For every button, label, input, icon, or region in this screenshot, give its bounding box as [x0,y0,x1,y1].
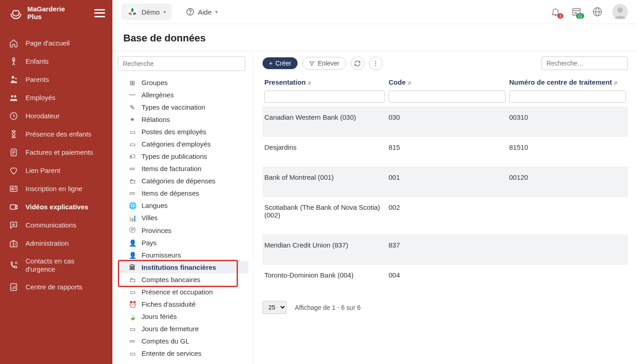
category-item[interactable]: ▭Présence et occupation [118,286,248,298]
category-item[interactable]: 🌐Langues [118,199,248,212]
filter-code[interactable] [389,91,506,103]
child-icon [9,57,19,66]
category-icon: ≔ [129,338,136,345]
col-header-code[interactable]: Code⇵ [387,76,507,89]
heart-icon [9,166,19,175]
category-item[interactable]: ▭Jours de fermeture [118,323,248,335]
category-item[interactable]: 🏷Types de publications [118,150,248,162]
sidebar-item-label: Parents [25,76,49,84]
category-item[interactable]: ⓅProvinces [118,224,248,237]
category-item[interactable]: ▭Catégories d'employés [118,138,248,150]
category-item[interactable]: ≔Comptes du GL [118,335,248,347]
sidebar-item-label: Lien Parent [25,167,61,175]
employees-icon [9,93,19,102]
table-search-input[interactable] [541,56,628,70]
table-row[interactable]: Canadian Western Bank (030)03000310 [263,107,628,137]
category-label: Fiches d'assiduité [142,300,196,308]
category-item[interactable]: 📊Villes [118,212,248,224]
cell-code: 004 [387,265,507,295]
col-header-num[interactable]: Numéro de centre de traitement⇵ [507,76,628,89]
home-icon [9,39,19,48]
category-item[interactable]: ▭Entente de services [118,347,248,359]
category-item[interactable]: ✎Types de vaccination [118,101,248,113]
category-label: Rélations [142,116,170,123]
cell-presentation: Scotiabank (The Bank of Nova Scotia) (00… [263,197,387,235]
category-item[interactable]: 🗀Catégories de dépenses [118,175,248,187]
brand[interactable]: MaGarderie Plus [9,5,65,20]
sidebar-item-building[interactable]: Administration [0,234,112,253]
category-item[interactable]: ⚭Rélations [118,113,248,126]
category-icon: ⏰ [129,301,136,308]
col-header-presentation[interactable]: Presentation⇵ [263,76,387,89]
cell-num [507,197,628,235]
sidebar-item-label: Factures et paiements [25,148,93,157]
category-label: Provinces [142,227,172,234]
category-label: Items de facturation [142,165,202,172]
table-row[interactable]: Meridian Credit Union (837)837 [263,235,628,265]
table-row[interactable]: Desjardins81581510 [263,137,628,167]
sidebar-item-label: Administration [25,239,69,248]
category-item[interactable]: 〰Allergènes [118,89,248,101]
category-item[interactable]: 🍃Jours fériés [118,310,248,323]
category-item[interactable]: ⏰Fiches d'assiduité [118,298,248,310]
category-label: Types de publications [142,152,207,160]
create-button[interactable]: +Créer [263,57,298,69]
sidebar-item-child[interactable]: Enfants [0,52,112,71]
pager-info: Affichage de 1 - 6 sur 6 [295,304,361,311]
sidebar-item-idcard[interactable]: Inscription en ligne [0,180,112,198]
svg-point-11 [12,188,13,189]
sidebar-item-employees[interactable]: Employés [0,89,112,107]
sidebar-item-parent[interactable]: Parents [0,71,112,89]
sidebar-item-label: Contacts en cas d'urgence [25,257,103,273]
notifications-button[interactable]: 3 [550,6,561,18]
sidebar-item-video[interactable]: Vidéos explicatives [0,198,112,216]
page-title: Base de données [123,32,626,44]
help-menu[interactable]: Aide ▾ [181,5,223,19]
sidebar-item-hourglass[interactable]: Présence des enfants [0,125,112,143]
sidebar-item-home[interactable]: Page d'accueil [0,34,112,52]
filter-presentation[interactable] [264,91,385,103]
category-icon: ⚭ [129,116,136,123]
sidebar-item-emergency[interactable]: Contacts en cas d'urgence [0,253,112,278]
sidebar-item-label: Communications [25,221,76,229]
page-size-select[interactable]: 25 [263,301,287,314]
category-item[interactable]: ▭Postes des employés [118,126,248,138]
sidebar-item-reports[interactable]: Centre de rapports [0,278,112,296]
category-item[interactable]: 🗀Comptes bancaires [118,273,248,286]
refresh-button[interactable] [351,56,364,70]
parent-icon [9,75,19,84]
cell-code: 002 [387,197,507,235]
user-avatar[interactable] [612,4,628,20]
globe-button[interactable] [592,6,603,18]
filter-num[interactable] [509,91,626,103]
org-switcher[interactable]: Démo ▾ [121,4,172,20]
remove-button[interactable]: Enlever [302,57,346,70]
category-item[interactable]: 🏛Institutions financières [118,261,248,273]
cell-code: 030 [387,107,507,137]
category-search-input[interactable] [118,56,245,71]
news-button[interactable]: 11 [571,6,582,18]
sidebar-item-clock[interactable]: Horodateur [0,107,112,125]
category-item[interactable]: 👤Fournisseurs [118,249,248,261]
category-icon: 🏷 [129,153,136,160]
table-row[interactable]: Toronto-Dominion Bank (004)004 [263,265,628,295]
more-button[interactable] [369,56,383,70]
category-item[interactable]: ≔Items de facturation [118,162,248,175]
table-row[interactable]: Scotiabank (The Bank of Nova Scotia) (00… [263,197,628,235]
sidebar-item-invoice[interactable]: Factures et paiements [0,143,112,162]
category-label: Catégories d'employés [142,140,211,148]
menu-toggle-icon[interactable] [94,9,105,17]
table-row[interactable]: Bank of Montreal (001)00100120 [263,167,628,197]
category-item[interactable]: ≔Items de dépenses [118,187,248,199]
cell-code: 837 [387,235,507,265]
sidebar-item-label: Centre de rapports [25,283,82,291]
brand-icon [9,6,23,20]
clock-icon [9,111,19,121]
category-icon: ▭ [129,325,136,333]
category-item[interactable]: 👤Pays [118,237,248,249]
category-icon: 〰 [129,91,136,99]
sidebar-item-chat[interactable]: Communications [0,216,112,234]
category-icon: 🍃 [129,313,136,320]
category-item[interactable]: ⊞Groupes [118,76,248,89]
sidebar-item-heart[interactable]: Lien Parent [0,162,112,180]
